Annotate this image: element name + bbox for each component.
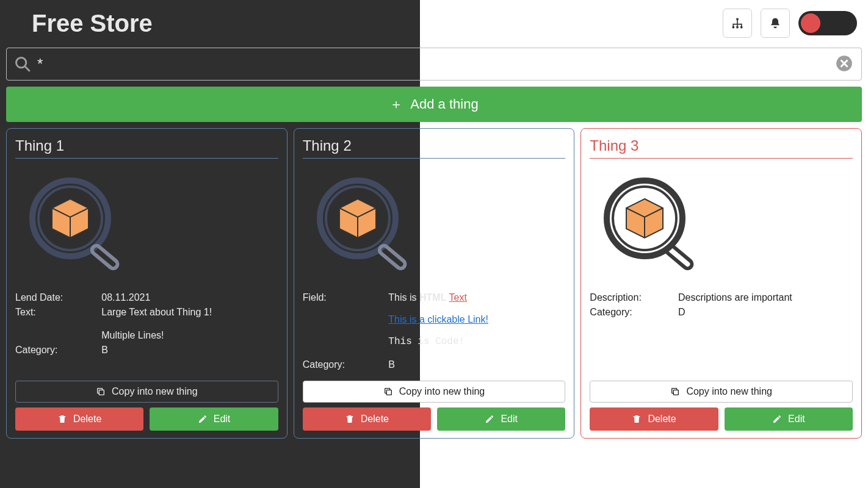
svg-rect-23 [386, 390, 391, 395]
card-title: Thing 3 [590, 137, 853, 159]
pencil-icon [198, 414, 208, 424]
card-fields: Lend Date: 08.11.2021 Text: Large Text a… [15, 290, 278, 357]
card-title: Thing 1 [15, 137, 278, 159]
text-label: Text: [15, 305, 101, 343]
search-input[interactable] [32, 53, 836, 75]
svg-rect-0 [736, 18, 738, 20]
copy-icon [670, 387, 680, 396]
edit-button[interactable]: Edit [437, 407, 565, 431]
svg-rect-6 [733, 24, 734, 27]
category-value: D [678, 305, 853, 320]
svg-line-10 [25, 66, 30, 71]
lend-date-label: Lend Date: [15, 290, 101, 305]
card-actions: Copy into new thing Delete Edit [15, 372, 278, 431]
delete-label: Delete [648, 414, 676, 425]
add-thing-label: Add a thing [410, 96, 478, 112]
category-label: Category: [590, 305, 678, 320]
card-actions: Copy into new thing Delete Edit [303, 372, 566, 431]
edit-label: Edit [501, 414, 518, 425]
edit-button[interactable]: Edit [725, 407, 853, 431]
copy-icon [383, 387, 393, 396]
text-value: Large Text about Thing 1! Multiple Lines… [101, 305, 278, 343]
delete-button[interactable]: Delete [303, 407, 431, 431]
field-value: This is HTML Text. This is a clickable L… [388, 290, 565, 349]
card-fields: Description: Descriptions are important … [590, 290, 853, 320]
header-actions [723, 9, 862, 38]
category-value: B [101, 343, 278, 357]
svg-rect-28 [665, 244, 693, 270]
card-thumbnail [590, 170, 853, 279]
trash-icon [345, 414, 355, 424]
description-label: Description: [590, 290, 678, 305]
cards-grid: Thing 1 Lend Date: 08.11.2021 Text: [6, 128, 862, 439]
delete-label: Delete [361, 414, 389, 425]
plus-icon: ＋ [389, 95, 403, 113]
svg-rect-7 [737, 24, 738, 27]
copy-button[interactable]: Copy into new thing [303, 381, 566, 403]
copy-button[interactable]: Copy into new thing [590, 381, 853, 403]
search-icon [14, 55, 32, 73]
bell-icon [769, 17, 781, 29]
text-line-2: Multiple Lines! [101, 328, 278, 343]
sitemap-button[interactable] [723, 9, 752, 38]
field-code: This is Code! [388, 334, 565, 349]
trash-icon [632, 414, 642, 424]
copy-label: Copy into new thing [686, 386, 772, 397]
search-bar [6, 48, 862, 81]
card-fields: Field: This is HTML Text. This is a clic… [303, 290, 566, 372]
svg-rect-17 [99, 390, 104, 395]
text-line-1: Large Text about Thing 1! [101, 305, 278, 320]
copy-icon [96, 387, 106, 396]
svg-rect-8 [741, 24, 742, 27]
html-text-line: This is HTML Text. [388, 290, 565, 305]
notifications-button[interactable] [761, 9, 790, 38]
category-label: Category: [15, 343, 101, 357]
app-title: Free Store [32, 10, 153, 37]
card-title: Thing 2 [303, 137, 566, 159]
edit-button[interactable]: Edit [150, 407, 278, 431]
theme-toggle[interactable] [798, 11, 857, 35]
svg-rect-29 [674, 390, 679, 395]
category-label: Category: [303, 349, 389, 372]
field-link[interactable]: This is a clickable Link! [388, 314, 488, 325]
pencil-icon [772, 414, 782, 424]
edit-label: Edit [788, 414, 805, 425]
description-value: Descriptions are important [678, 290, 853, 305]
field-label: Field: [303, 290, 389, 349]
thing-card: Thing 3 Description: Descriptions are im… [580, 128, 862, 439]
header: Free Store [6, 0, 862, 44]
pencil-icon [485, 414, 494, 424]
card-thumbnail [303, 170, 566, 279]
copy-label: Copy into new thing [112, 386, 198, 397]
card-actions: Copy into new thing Delete Edit [590, 372, 853, 431]
clear-search-icon[interactable] [836, 55, 854, 73]
svg-rect-22 [378, 244, 407, 270]
delete-label: Delete [73, 414, 101, 425]
toggle-knob [801, 13, 820, 33]
sitemap-icon [731, 17, 743, 29]
card-thumbnail [15, 170, 278, 279]
svg-rect-16 [90, 244, 119, 270]
copy-button[interactable]: Copy into new thing [15, 381, 278, 403]
svg-point-9 [16, 58, 26, 68]
thing-card: Thing 2 Field: This is HTML Text. [294, 128, 575, 439]
svg-rect-4 [737, 20, 738, 24]
trash-icon [57, 414, 67, 424]
copy-label: Copy into new thing [399, 386, 485, 397]
edit-label: Edit [214, 414, 231, 425]
category-value: B [388, 349, 565, 372]
thing-card: Thing 1 Lend Date: 08.11.2021 Text: [6, 128, 288, 439]
delete-button[interactable]: Delete [590, 407, 718, 431]
delete-button[interactable]: Delete [15, 407, 143, 431]
lend-date-value: 08.11.2021 [101, 290, 278, 305]
add-thing-button[interactable]: ＋ Add a thing [6, 87, 862, 122]
